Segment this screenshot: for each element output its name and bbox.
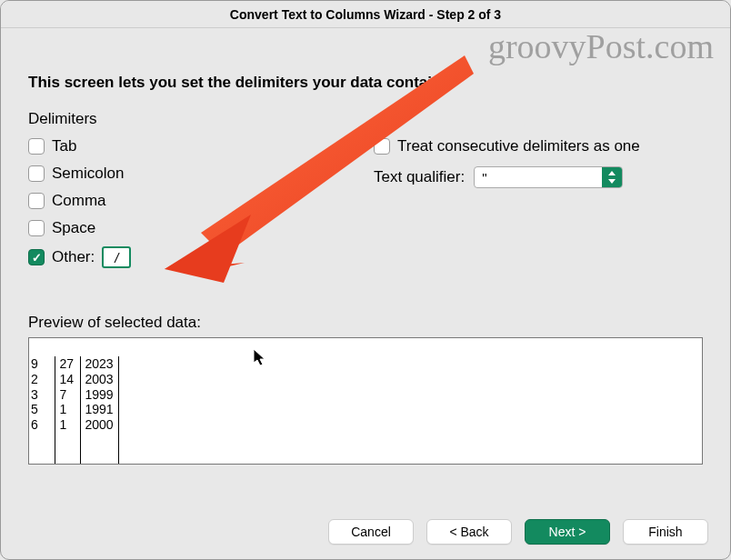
instruction-text: This screen lets you set the delimiters … [28, 74, 703, 92]
table-row: 511991 [29, 402, 118, 417]
checkbox-other[interactable] [28, 249, 45, 265]
label-tab: Tab [52, 137, 76, 155]
label-space: Space [52, 219, 95, 237]
next-button[interactable]: Next > [525, 519, 610, 545]
checkbox-space[interactable] [28, 220, 45, 236]
label-semicolon: Semicolon [52, 165, 124, 183]
checkbox-semicolon[interactable] [28, 165, 45, 182]
preview-label: Preview of selected data: [28, 314, 703, 332]
finish-button[interactable]: Finish [623, 519, 708, 545]
table-row [29, 448, 118, 464]
checkbox-comma[interactable] [28, 193, 45, 209]
text-qualifier-label: Text qualifier: [374, 168, 465, 186]
cancel-button[interactable]: Cancel [328, 519, 414, 545]
table-row: 612000 [29, 417, 118, 433]
label-treat-consecutive: Treat consecutive delimiters as one [397, 137, 640, 155]
text-qualifier-value: " [475, 170, 602, 185]
table-row [29, 433, 118, 448]
label-comma: Comma [52, 192, 106, 210]
stepper-arrows-icon [602, 167, 622, 187]
table-row [29, 464, 118, 465]
other-delimiter-input[interactable] [102, 246, 131, 268]
preview-box: 9272023 2142003 371999 511991 612000 [28, 337, 703, 465]
checkbox-treat-consecutive[interactable] [374, 138, 390, 155]
delimiters-label: Delimiters [28, 110, 319, 128]
label-other: Other: [52, 248, 95, 266]
dialog-title: Convert Text to Columns Wizard - Step 2 … [1, 1, 730, 28]
table-row: 9272023 [29, 356, 118, 372]
table-row: 371999 [29, 387, 118, 403]
text-qualifier-select[interactable]: " [474, 166, 623, 188]
preview-table: 9272023 2142003 371999 511991 612000 [29, 356, 119, 465]
back-button[interactable]: < Back [426, 519, 512, 545]
checkbox-tab[interactable] [28, 138, 45, 155]
table-row: 2142003 [29, 372, 118, 387]
